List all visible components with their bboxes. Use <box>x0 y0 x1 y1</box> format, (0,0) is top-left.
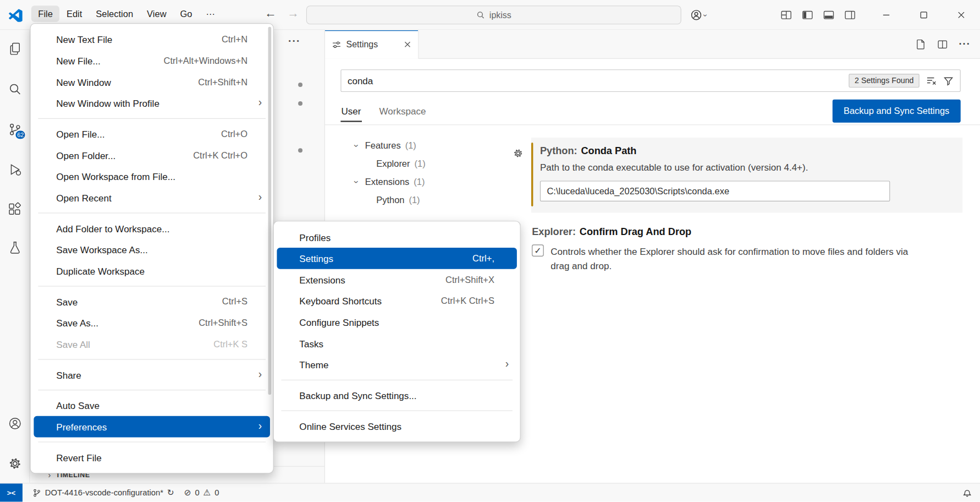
file-menu-item-open-folder[interactable]: Open Folder...Ctrl+K Ctrl+O <box>34 145 270 166</box>
toc-item-count: (1) <box>405 140 416 150</box>
explorer-icon[interactable] <box>8 41 23 56</box>
toc-item-python[interactable]: Python(1) <box>340 191 528 209</box>
prefs-menu-item-keyboard-shortcuts[interactable]: Keyboard ShortcutsCtrl+K Ctrl+S <box>277 290 516 312</box>
menubar-item-[interactable]: ··· <box>199 6 222 22</box>
settings-gear-icon[interactable] <box>8 456 23 471</box>
file-menu-item-open-workspace-from-file[interactable]: Open Workspace from File... <box>34 166 270 187</box>
setting-description: Controls whether the Explorer should ask… <box>550 244 916 272</box>
file-menu-item-save-as[interactable]: Save As...Ctrl+Shift+S <box>34 312 270 334</box>
menubar-item-edit[interactable]: Edit <box>59 6 89 22</box>
menubar-item-file[interactable]: File <box>31 6 60 22</box>
scope-tab-user[interactable]: User <box>340 102 361 120</box>
customize-layout-icon[interactable] <box>780 9 792 21</box>
minimize-button[interactable] <box>867 0 905 30</box>
vscode-window: FileEditSelectionViewGo··· ← → ipkiss › <box>0 0 980 501</box>
settings-sliders-icon <box>332 40 341 49</box>
toggle-panel-icon[interactable] <box>823 9 835 21</box>
conda-path-input[interactable]: C:\luceda\luceda_2025030\Scripts\conda.e… <box>540 181 890 201</box>
toggle-secondary-sidebar-icon[interactable] <box>844 9 856 21</box>
toc-item-features[interactable]: ›Features(1) <box>340 137 528 155</box>
tab-settings[interactable]: Settings <box>325 30 419 59</box>
file-menu-item-auto-save[interactable]: Auto Save <box>34 395 270 416</box>
file-menu-item-preferences[interactable]: Preferences› <box>34 416 270 438</box>
file-menu-item-save-all: Save AllCtrl+K S <box>34 334 270 355</box>
file-menu-item-new-window[interactable]: New WindowCtrl+Shift+N <box>34 72 270 93</box>
prefs-menu-item-extensions[interactable]: ExtensionsCtrl+Shift+X <box>277 269 516 291</box>
open-settings-json-icon[interactable] <box>915 39 926 50</box>
file-menu-item-label: New Window with Profile <box>56 98 159 108</box>
warning-count: 0 <box>214 488 219 497</box>
file-menu-item-open-file[interactable]: Open File...Ctrl+O <box>34 123 270 145</box>
file-menu-item-share[interactable]: Share› <box>34 364 270 385</box>
prefs-menu-item-settings[interactable]: SettingsCtrl+, <box>277 248 516 269</box>
setting-row-explorer-confirm-drag-and-drop[interactable]: Explorer:Confirm Drag And Drop ✓ Control… <box>531 226 962 272</box>
menubar-item-view[interactable]: View <box>140 6 173 22</box>
prefs-menu-item-backup-and-sync-settings[interactable]: Backup and Sync Settings... <box>277 385 516 406</box>
file-menu-item-label: Auto Save <box>56 400 100 411</box>
prefs-menu-item-theme[interactable]: Theme› <box>277 354 516 375</box>
setting-title: Explorer:Confirm Drag And Drop <box>532 226 962 237</box>
file-menu-item-new-text-file[interactable]: New Text FileCtrl+N <box>34 29 270 50</box>
prefs-menu-item-shortcut: Ctrl+, <box>472 253 494 263</box>
toc-item-extensions[interactable]: ›Extensions(1) <box>340 173 528 191</box>
testing-icon[interactable] <box>8 240 23 255</box>
history-back-icon[interactable]: ← <box>262 6 279 20</box>
accounts-icon[interactable] <box>8 416 23 431</box>
extensions-icon[interactable] <box>8 202 23 217</box>
menubar-item-selection[interactable]: Selection <box>89 6 140 22</box>
backup-and-sync-button[interactable]: Backup and Sync Settings <box>832 99 960 122</box>
settings-list: Python:Conda Path Path to the conda exec… <box>531 138 962 272</box>
file-menu-item-label: Save As... <box>56 318 98 328</box>
run-debug-icon[interactable] <box>8 162 23 177</box>
file-menu-item-label: Open Recent <box>56 192 111 203</box>
file-menu-item-duplicate-workspace[interactable]: Duplicate Workspace <box>34 260 270 282</box>
settings-search-input[interactable]: conda 2 Settings Found <box>340 69 960 92</box>
setting-row-python-conda-path[interactable]: Python:Conda Path Path to the conda exec… <box>531 138 962 212</box>
file-menu-item-add-folder-to-workspace[interactable]: Add Folder to Workspace... <box>34 217 270 239</box>
confirm-drag-drop-checkbox[interactable]: ✓ <box>532 244 544 257</box>
editor-actions: ··· <box>915 30 980 58</box>
close-tab-icon[interactable] <box>404 41 411 48</box>
command-center-search[interactable]: ipkiss <box>306 6 681 24</box>
file-menu-item-new-file[interactable]: New File...Ctrl+Alt+Windows+N <box>34 50 270 72</box>
file-menu-item-save[interactable]: SaveCtrl+S <box>34 291 270 312</box>
source-control-icon[interactable]: 62 <box>8 122 23 137</box>
filter-icon[interactable] <box>943 75 954 86</box>
problems-status-item[interactable]: ⊘ 0 ⚠ 0 <box>184 488 219 497</box>
notifications-bell-icon[interactable] <box>962 488 972 497</box>
prefs-menu-item-tasks[interactable]: Tasks <box>277 333 516 354</box>
settings-scope-tabs: User Workspace Backup and Sync Settings <box>340 98 960 123</box>
prefs-menu-item-label: Profiles <box>299 232 331 242</box>
file-menu-item-new-window-with-profile[interactable]: New Window with Profile› <box>34 92 270 114</box>
remote-indicator[interactable]: >< <box>0 483 23 501</box>
scope-tab-workspace[interactable]: Workspace <box>378 102 426 120</box>
file-menu-item-revert-file[interactable]: Revert File <box>34 446 270 468</box>
clear-search-filters-icon[interactable] <box>926 75 937 86</box>
prefs-menu-item-profiles[interactable]: Profiles <box>277 226 516 248</box>
file-menu-item-shortcut: Ctrl+Shift+N <box>198 77 247 87</box>
search-icon <box>476 10 485 19</box>
history-forward-icon[interactable]: → <box>285 6 301 20</box>
setting-category: Python: <box>540 145 577 156</box>
split-editor-icon[interactable] <box>937 39 948 50</box>
close-window-button[interactable] <box>943 0 980 30</box>
file-menu-item-open-recent[interactable]: Open Recent› <box>34 187 270 209</box>
sidebar-more-actions-icon[interactable]: ··· <box>288 35 301 48</box>
file-menu-item-label: New File... <box>56 56 101 66</box>
tab-label: Settings <box>346 40 378 50</box>
toc-item-label: Explorer <box>376 159 410 168</box>
setting-gear-icon[interactable] <box>513 148 524 159</box>
search-view-icon[interactable] <box>8 82 23 97</box>
more-actions-icon[interactable]: ··· <box>959 39 971 50</box>
branch-status-item[interactable]: DOT-4416-vscode-configuration* ↻ <box>32 488 174 497</box>
account-menu[interactable]: › <box>690 8 707 22</box>
prefs-menu-item-configure-snippets[interactable]: Configure Snippets <box>277 312 516 333</box>
maximize-button[interactable] <box>905 0 943 30</box>
toc-item-explorer[interactable]: Explorer(1) <box>340 155 528 173</box>
prefs-menu-item-online-services-settings[interactable]: Online Services Settings <box>277 416 516 437</box>
toggle-primary-sidebar-icon[interactable] <box>801 9 814 21</box>
menubar-item-go[interactable]: Go <box>173 6 199 22</box>
modified-editor-dot <box>298 101 302 106</box>
file-menu-item-save-workspace-as[interactable]: Save Workspace As... <box>34 239 270 260</box>
chevron-down-icon: › <box>352 141 362 149</box>
